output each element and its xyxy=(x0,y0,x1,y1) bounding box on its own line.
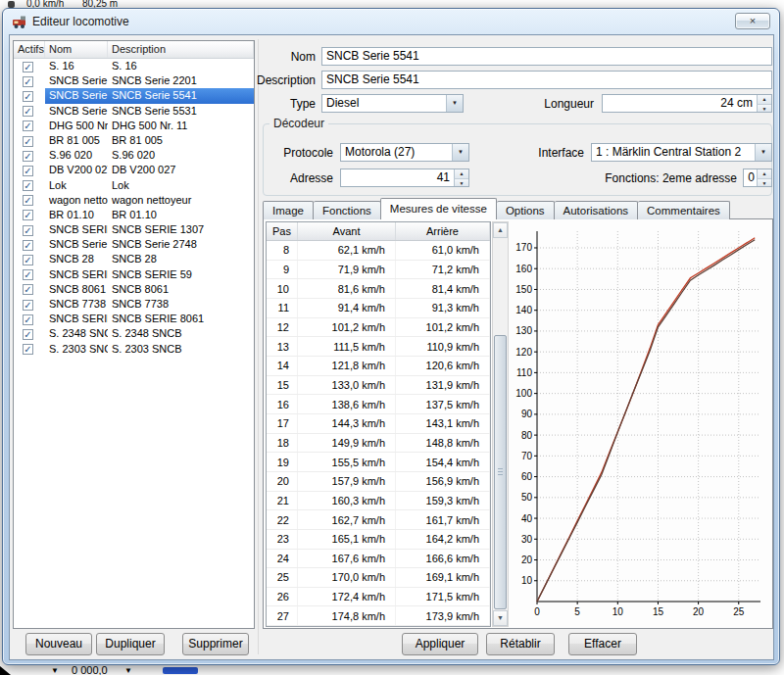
loco-row[interactable]: ✓BR 81 005BR 81 005 xyxy=(14,133,254,148)
speed-row[interactable]: 24167,6 km/h166,6 km/h xyxy=(267,550,490,569)
loco-row[interactable]: ✓SNCB Serie 5...SNCB Serie 5541 xyxy=(14,88,254,103)
speed-row[interactable]: 25170,0 km/h169,1 km/h xyxy=(267,568,490,588)
speed-cell-avant[interactable]: 174,8 km/h xyxy=(298,606,396,625)
speed-cell-pas[interactable]: 26 xyxy=(267,588,298,606)
tab-fonctions[interactable]: Fonctions xyxy=(314,201,381,219)
speed-cell-avant[interactable]: 91,4 km/h xyxy=(298,299,396,317)
active-checkbox[interactable]: ✓ xyxy=(14,327,45,341)
retablir-button[interactable]: Rétablir xyxy=(486,633,555,655)
spin-up-icon[interactable]: ▲ xyxy=(757,169,771,178)
column-header-nom[interactable]: Nom xyxy=(45,41,108,58)
active-checkbox[interactable]: ✓ xyxy=(14,253,45,266)
speed-cell-pas[interactable]: 16 xyxy=(267,395,298,413)
speed-cell-arriere[interactable]: 164,2 km/h xyxy=(396,530,490,549)
loco-row[interactable]: ✓SNCB SERIE 59SNCB SERIE 59 xyxy=(14,267,254,282)
loco-row[interactable]: ✓S.96 020S.96 020 xyxy=(14,148,254,163)
speed-row[interactable]: 23165,1 km/h164,2 km/h xyxy=(267,530,490,550)
active-checkbox[interactable]: ✓ xyxy=(14,193,45,207)
speed-cell-avant[interactable]: 144,3 km/h xyxy=(298,414,396,433)
speed-cell-avant[interactable]: 101,2 km/h xyxy=(298,318,396,337)
speed-cell-avant[interactable]: 167,6 km/h xyxy=(298,550,396,568)
speed-row[interactable]: 17144,3 km/h143,1 km/h xyxy=(267,414,490,434)
speed-cell-avant[interactable]: 62,1 km/h xyxy=(298,241,396,260)
loco-list[interactable]: Actifs Nom Description ✓S. 16S. 16✓SNCB … xyxy=(13,40,255,629)
column-header-pas[interactable]: Pas xyxy=(267,222,298,240)
column-header-arriere[interactable]: Arrière xyxy=(396,222,490,240)
speed-cell-arriere[interactable]: 173,9 km/h xyxy=(396,606,490,625)
speed-row[interactable]: 15133,0 km/h131,9 km/h xyxy=(267,376,490,396)
panel-splitter[interactable] xyxy=(258,39,259,654)
loco-row[interactable]: ✓DB V200 027DB V200 027 xyxy=(14,163,254,177)
active-checkbox[interactable]: ✓ xyxy=(14,313,45,326)
description-field[interactable]: SNCB Serie 5541 xyxy=(321,71,772,89)
tab-mesures-de-vitesse[interactable]: Mesures de vitesse xyxy=(380,198,497,219)
speed-cell-arriere[interactable]: 137,5 km/h xyxy=(396,395,490,413)
speed-cell-avant[interactable]: 81,6 km/h xyxy=(298,279,396,298)
loco-row[interactable]: ✓SNCB 7738SNCB 7738 xyxy=(14,297,254,312)
speed-cell-pas[interactable]: 15 xyxy=(267,376,298,395)
active-checkbox[interactable]: ✓ xyxy=(14,208,45,221)
scrollbar-thumb[interactable] xyxy=(494,335,507,609)
speed-table-scrollbar[interactable]: ▲ ▼ xyxy=(492,221,509,627)
speed-cell-pas[interactable]: 14 xyxy=(267,357,298,375)
column-header-actifs[interactable]: Actifs xyxy=(14,41,45,58)
interface-select[interactable]: 1 : Märklin Central Station 2 ▼ xyxy=(591,143,772,162)
nouveau-button[interactable]: Nouveau xyxy=(25,633,92,655)
chevron-down-icon[interactable]: ▼ xyxy=(446,95,463,112)
speed-cell-pas[interactable]: 25 xyxy=(267,568,298,587)
spin-down-icon[interactable]: ▼ xyxy=(757,104,771,112)
dupliquer-button[interactable]: Dupliquer xyxy=(96,633,165,655)
speed-row[interactable]: 20157,9 km/h156,9 km/h xyxy=(267,472,490,492)
chevron-down-icon[interactable]: ▼ xyxy=(755,144,771,161)
speed-cell-avant[interactable]: 157,9 km/h xyxy=(298,472,396,491)
scroll-down-icon[interactable]: ▼ xyxy=(493,610,508,626)
speed-cell-pas[interactable]: 17 xyxy=(267,414,298,433)
speed-cell-arriere[interactable]: 171,5 km/h xyxy=(396,588,490,606)
tab-commentaires[interactable]: Commentaires xyxy=(638,201,730,219)
active-checkbox[interactable]: ✓ xyxy=(14,342,45,356)
speed-row[interactable]: 12101,2 km/h101,2 km/h xyxy=(267,318,490,338)
speed-row[interactable]: 13111,5 km/h110,9 km/h xyxy=(267,337,490,357)
spin-down-icon[interactable]: ▼ xyxy=(757,178,771,186)
speed-row[interactable]: 971,9 km/h71,2 km/h xyxy=(267,261,490,280)
active-checkbox[interactable]: ✓ xyxy=(14,74,45,88)
loco-row[interactable]: ✓S. 2303 SNCBS. 2303 SNCB xyxy=(14,342,254,357)
speed-cell-arriere[interactable]: 159,3 km/h xyxy=(396,492,490,510)
speed-cell-avant[interactable]: 121,8 km/h xyxy=(298,357,396,375)
active-checkbox[interactable]: ✓ xyxy=(14,104,45,118)
type-select[interactable]: Diesel ▼ xyxy=(321,94,464,113)
speed-cell-avant[interactable]: 155,5 km/h xyxy=(298,453,396,471)
speed-cell-pas[interactable]: 18 xyxy=(267,434,298,453)
active-checkbox[interactable]: ✓ xyxy=(14,89,45,103)
loco-row[interactable]: ✓S. 2348 SNCBS. 2348 SNCB xyxy=(14,326,254,341)
active-checkbox[interactable]: ✓ xyxy=(14,178,45,192)
speed-row[interactable]: 14121,8 km/h120,6 km/h xyxy=(267,357,490,376)
speed-row[interactable]: 19155,5 km/h154,4 km/h xyxy=(267,453,490,472)
nom-field[interactable]: SNCB Serie 5541 xyxy=(321,47,772,66)
speed-row[interactable]: 22162,7 km/h161,7 km/h xyxy=(267,510,490,530)
supprimer-button[interactable]: Supprimer xyxy=(182,633,249,655)
column-header-avant[interactable]: Avant xyxy=(298,222,396,240)
active-checkbox[interactable]: ✓ xyxy=(14,60,45,73)
speed-cell-avant[interactable]: 149,9 km/h xyxy=(298,434,396,453)
speed-row[interactable]: 16138,6 km/h137,5 km/h xyxy=(267,395,490,414)
protocole-select[interactable]: Motorola (27) ▼ xyxy=(340,143,469,162)
speed-cell-pas[interactable]: 24 xyxy=(267,550,298,568)
speed-cell-pas[interactable]: 8 xyxy=(267,241,298,260)
loco-row[interactable]: ✓S. 16S. 16 xyxy=(14,59,254,73)
speed-cell-pas[interactable]: 27 xyxy=(267,606,298,625)
tab-autorisations[interactable]: Autorisations xyxy=(555,201,638,219)
speed-cell-avant[interactable]: 133,0 km/h xyxy=(298,376,396,395)
speed-cell-pas[interactable]: 13 xyxy=(267,337,298,356)
speed-cell-arriere[interactable]: 120,6 km/h xyxy=(396,357,490,375)
speed-cell-avant[interactable]: 165,1 km/h xyxy=(298,530,396,549)
active-checkbox[interactable]: ✓ xyxy=(14,149,45,163)
loco-row[interactable]: ✓SNCB Serie 5...SNCB Serie 5531 xyxy=(14,104,254,119)
loco-row[interactable]: ✓wagon netto...wagon nettoyeur xyxy=(14,193,254,208)
speed-cell-arriere[interactable]: 91,3 km/h xyxy=(396,299,490,317)
loco-row[interactable]: ✓LokLok xyxy=(14,178,254,193)
active-checkbox[interactable]: ✓ xyxy=(14,298,45,312)
active-checkbox[interactable]: ✓ xyxy=(14,223,45,237)
speed-cell-pas[interactable]: 20 xyxy=(267,472,298,491)
speed-cell-arriere[interactable]: 110,9 km/h xyxy=(396,337,490,356)
